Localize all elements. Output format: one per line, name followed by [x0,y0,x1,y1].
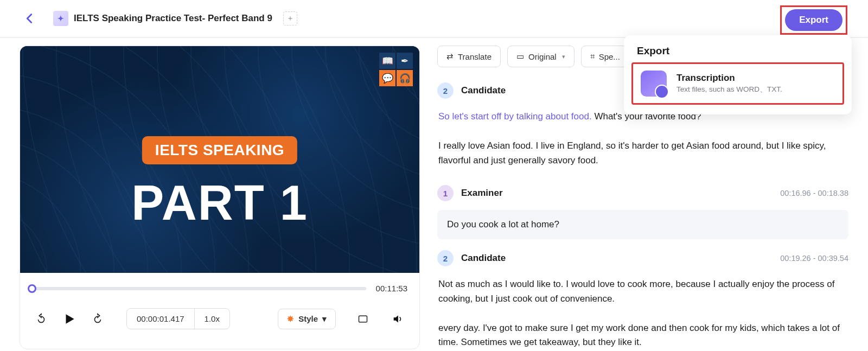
chevron-down-icon: ▾ [562,53,565,60]
export-option-title: Transcription [676,73,782,84]
time-field[interactable]: 00:00:01.417 [127,309,195,329]
layout-icon: ▭ [516,52,524,61]
svg-rect-0 [359,316,367,322]
translate-icon: ⇄ [446,52,454,61]
speaker-badge: 2 [437,250,454,266]
rewind-button[interactable] [34,312,48,326]
speaker-name: Candidate [461,85,506,96]
timestamp: 00:16.96 - 00:18.38 [780,189,848,197]
duration-label: 00:11:53 [376,284,407,293]
translate-button[interactable]: ⇄ Translate [437,46,501,67]
export-panel: Export Transcription Text files, such as… [624,35,852,114]
utterance[interactable]: Not as much as I would like to. I would … [437,275,848,312]
feather-icon: ✒ [397,53,413,69]
chat-icon: 💬 [379,70,395,86]
video-overlay-icons: 📖 ✒ 💬 🎧 [379,53,413,86]
speaker-label: Spe... [599,52,620,61]
speaker-row[interactable]: 1 Examiner 00:16.96 - 00:18.38 [437,181,848,206]
chevron-down-icon: ▾ [322,314,327,324]
transcription-icon [641,71,667,97]
video-badge: IELTS SPEAKING [142,136,297,164]
export-button[interactable]: Export [785,9,843,31]
utterance[interactable]: every day. I've got to make sure I get m… [437,319,848,351]
export-highlight: Export [780,5,847,35]
time-speed-group: 00:00:01.417 1.0x [126,308,230,329]
speed-field[interactable]: 1.0x [195,309,229,329]
play-button[interactable] [62,312,76,326]
speaker-button[interactable]: ⌗ Spe... [581,46,629,67]
timestamp: 00:19.26 - 00:39.54 [780,254,848,263]
speaker-scan-icon: ⌗ [590,52,595,61]
book-icon: 📖 [379,53,395,69]
video-controls: 00:11:53 00:00:01.417 1.0x [20,273,419,329]
highlighted-text: So let's start off by talking about food… [438,111,592,122]
speaker-name: Candidate [461,253,506,264]
transcript-list: 2 Candidate So let's start off by talkin… [437,78,848,351]
page-title: IELTS Speaking Practice Test- Perfect Ba… [74,13,272,24]
video-pane: 📖 ✒ 💬 🎧 IELTS SPEAKING PART 1 00:11:53 [0,38,427,351]
progress-thumb[interactable] [28,284,36,293]
speaker-badge: 1 [437,185,454,201]
video-card: 📖 ✒ 💬 🎧 IELTS SPEAKING PART 1 00:11:53 [20,46,420,349]
export-option-transcription[interactable]: Transcription Text files, such as WORD、T… [631,62,844,105]
file-icon: ✦ [53,11,68,26]
translate-label: Translate [458,52,492,61]
volume-button[interactable] [390,311,405,327]
speaker-name: Examiner [461,188,503,199]
export-panel-title: Export [624,35,852,62]
add-tab-button[interactable]: ＋ [283,11,297,25]
speaker-badge: 2 [437,82,454,99]
style-star-icon: ✸ [287,314,294,324]
export-option-desc: Text files, such as WORD、TXT. [676,85,782,94]
progress-bar[interactable] [32,287,366,290]
utterance[interactable]: I really love Asian food. I live in Engl… [437,137,848,174]
forward-button[interactable] [91,312,105,326]
video-part-text: PART 1 [131,175,308,231]
style-button[interactable]: ✸ Style ▾ [278,309,336,329]
headphones-icon: 🎧 [397,70,413,86]
topbar: ✦ IELTS Speaking Practice Test- Perfect … [0,0,868,38]
original-dropdown[interactable]: ▭ Original ▾ [507,46,575,67]
original-label: Original [528,52,557,61]
style-label: Style [298,314,318,323]
back-button[interactable] [21,10,38,27]
fullscreen-button[interactable] [355,311,371,327]
speaker-row[interactable]: 2 Candidate 00:19.26 - 00:39.54 [437,246,848,271]
utterance[interactable]: Do you cook a lot at home? [437,210,848,239]
video-frame[interactable]: 📖 ✒ 💬 🎧 IELTS SPEAKING PART 1 [20,46,419,273]
